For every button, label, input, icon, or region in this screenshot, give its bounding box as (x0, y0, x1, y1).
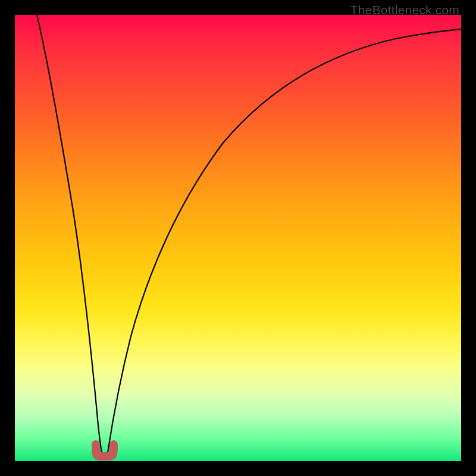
bottleneck-curve-left (37, 15, 102, 453)
plot-area (15, 15, 461, 461)
chart-frame: TheBottleneck.com (0, 0, 476, 476)
curve-layer (15, 15, 461, 461)
min-marker (96, 444, 114, 456)
attribution-label: TheBottleneck.com (350, 3, 459, 17)
bottleneck-curve-right (108, 29, 461, 453)
